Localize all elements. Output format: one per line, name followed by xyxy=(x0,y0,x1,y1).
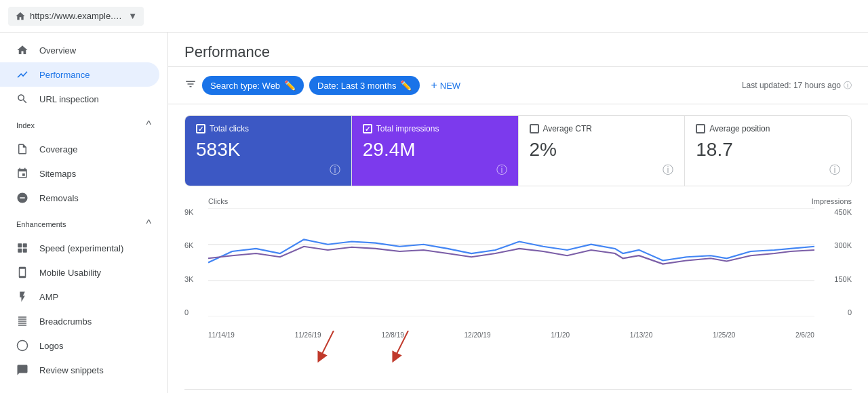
logos-label: Logos xyxy=(39,341,63,351)
new-label: NEW xyxy=(440,81,460,91)
breadcrumbs-label: Breadcrumbs xyxy=(39,316,92,327)
last-updated-text: Last updated: 17 hours ago xyxy=(742,81,841,90)
sidebar-item-sitemaps[interactable]: Sitemaps xyxy=(0,161,159,186)
y-left-3: 0 xyxy=(184,308,205,316)
clicks-value: 583K xyxy=(196,139,340,161)
chart-y-right: 450K 300K 150K 0 xyxy=(818,208,852,316)
toolbar: Search type: Web ✏️ Date: Last 3 months … xyxy=(168,67,868,104)
metric-cards: Total clicks 583K ⓘ Total impressions 29… xyxy=(184,115,852,186)
tab-devices[interactable]: DEVICES xyxy=(394,390,462,393)
index-chevron-icon: ^ xyxy=(146,119,151,131)
sidebar-item-speed[interactable]: Speed (experimental) xyxy=(0,236,159,260)
enhancements-section-label: Enhancements xyxy=(16,220,66,228)
chart-svg xyxy=(208,208,814,316)
new-button[interactable]: + NEW xyxy=(425,75,466,96)
top-bar: https://www.example.com/ ▼ xyxy=(0,0,868,33)
arrows-container xyxy=(184,344,852,378)
svg-rect-3 xyxy=(23,249,27,253)
position-help-icon[interactable]: ⓘ xyxy=(829,163,840,178)
sidebar: Overview Performance URL inspection Inde… xyxy=(0,33,168,393)
clicks-label: Total clicks xyxy=(210,124,249,133)
svg-rect-2 xyxy=(23,243,27,247)
breadcrumbs-icon xyxy=(16,315,28,327)
tab-countries[interactable]: COUNTRIES xyxy=(312,390,394,393)
y-right-3: 0 xyxy=(848,308,852,316)
enhancements-section-header[interactable]: Enhancements ^ xyxy=(0,213,167,236)
search-type-chip[interactable]: Search type: Web ✏️ xyxy=(202,76,304,95)
y-left-2: 3K xyxy=(184,275,205,283)
coverage-label: Coverage xyxy=(39,144,77,154)
filter-icon[interactable] xyxy=(184,78,197,93)
date-chip[interactable]: Date: Last 3 months ✏️ xyxy=(309,76,420,95)
y-left-0: 9K xyxy=(184,208,205,216)
search-type-label: Search type: Web xyxy=(210,81,280,91)
svg-rect-0 xyxy=(18,243,22,247)
metric-card-ctr[interactable]: Average CTR 2% ⓘ xyxy=(519,116,686,186)
performance-label: Performance xyxy=(39,70,90,80)
metric-card-clicks[interactable]: Total clicks 583K ⓘ xyxy=(185,116,352,186)
main-content: Performance Search type: Web ✏️ Date: La… xyxy=(168,33,868,393)
search-sidebar-icon xyxy=(16,93,28,105)
home-sidebar-icon xyxy=(16,44,28,56)
url-inspection-label: URL inspection xyxy=(39,94,99,104)
position-label: Average position xyxy=(709,124,770,133)
tab-queries[interactable]: QUERIES xyxy=(184,390,254,393)
impressions-checkbox[interactable] xyxy=(363,124,372,133)
url-dropdown-icon[interactable]: ▼ xyxy=(128,11,137,21)
sidebar-item-review[interactable]: Review snippets xyxy=(0,358,159,382)
sidebar-item-logos[interactable]: Logos xyxy=(0,333,159,358)
position-value: 18.7 xyxy=(696,139,840,161)
impressions-label: Total impressions xyxy=(376,124,439,133)
sidebar-item-breadcrumbs[interactable]: Breadcrumbs xyxy=(0,309,159,333)
amp-icon xyxy=(16,291,28,303)
chart-svg-wrapper xyxy=(208,208,814,316)
tab-pages[interactable]: PAGES xyxy=(254,390,312,393)
y-right-0: 450K xyxy=(834,208,852,216)
y-left-1: 6K xyxy=(184,241,205,249)
sitemaps-label: Sitemaps xyxy=(39,169,76,179)
metric-card-position[interactable]: Average position 18.7 ⓘ xyxy=(685,116,851,186)
date-edit-icon: ✏️ xyxy=(400,80,412,91)
mobile-label: Mobile Usability xyxy=(39,268,101,278)
review-label: Review snippets xyxy=(39,365,104,375)
logos-icon xyxy=(16,339,28,352)
amp-label: AMP xyxy=(39,292,58,302)
info-icon: ⓘ xyxy=(844,80,852,91)
sidebar-item-mobile[interactable]: Mobile Usability xyxy=(0,260,159,285)
svg-point-4 xyxy=(18,341,28,351)
sidebar-item-removals[interactable]: Removals xyxy=(0,186,159,210)
clicks-help-icon[interactable]: ⓘ xyxy=(330,163,340,178)
review-icon xyxy=(16,364,28,376)
metric-card-impressions[interactable]: Total impressions 29.4M ⓘ xyxy=(352,116,519,186)
tabs-row: QUERIES PAGES COUNTRIES DEVICES SEARCH A… xyxy=(184,390,852,393)
coverage-icon xyxy=(16,143,28,155)
url-selector[interactable]: https://www.example.com/ ▼ xyxy=(8,7,144,26)
sidebar-item-amp[interactable]: AMP xyxy=(0,285,159,309)
sidebar-item-overview[interactable]: Overview xyxy=(0,38,159,62)
sidebar-item-url-inspection[interactable]: URL inspection xyxy=(0,87,159,111)
y-right-1: 300K xyxy=(834,241,852,249)
ctr-help-icon[interactable]: ⓘ xyxy=(663,163,673,178)
clicks-checkbox[interactable] xyxy=(196,124,205,133)
ctr-label: Average CTR xyxy=(543,124,592,133)
position-checkbox[interactable] xyxy=(696,124,705,133)
tab-dates[interactable]: DATES xyxy=(594,390,652,393)
overview-label: Overview xyxy=(39,45,76,56)
date-label: Date: Last 3 months xyxy=(317,81,396,91)
tab-search-appearance[interactable]: SEARCH APPEARANCE xyxy=(462,390,594,393)
chart-y-left: 9K 6K 3K 0 xyxy=(184,208,205,316)
arrows-svg xyxy=(184,331,852,371)
ctr-checkbox[interactable] xyxy=(530,124,539,133)
impressions-help-icon[interactable]: ⓘ xyxy=(496,163,507,178)
svg-rect-1 xyxy=(18,249,22,253)
sidebar-item-coverage[interactable]: Coverage xyxy=(0,137,159,161)
index-section-label: Index xyxy=(16,121,35,129)
ctr-value: 2% xyxy=(530,139,674,161)
chart-impressions-header: Impressions xyxy=(812,197,852,205)
svg-line-9 xyxy=(320,331,334,358)
chart-clicks-header: Clicks xyxy=(208,197,228,205)
chart-container: 9K 6K 3K 0 450K 300K 150K 0 xyxy=(184,208,852,330)
sidebar-item-performance[interactable]: Performance xyxy=(0,62,159,87)
index-section-header[interactable]: Index ^ xyxy=(0,114,167,137)
bottom-tabs: QUERIES PAGES COUNTRIES DEVICES SEARCH A… xyxy=(184,389,852,393)
